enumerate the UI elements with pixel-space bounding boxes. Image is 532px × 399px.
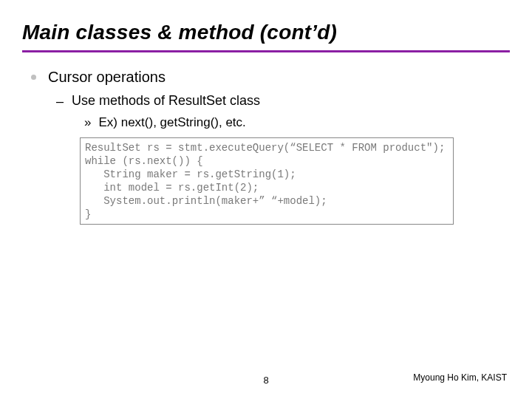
- title-underline: [22, 50, 510, 52]
- bullet-level-3: » Ex) next(), getString(), etc.: [84, 115, 510, 130]
- bullet-dot-icon: [31, 75, 36, 80]
- footer-credit: Myoung Ho Kim, KAIST: [413, 372, 507, 383]
- bullet-level-1-text: Cursor operations: [48, 69, 166, 86]
- code-block: ResultSet rs = stmt.executeQuery(“SELECT…: [80, 137, 454, 225]
- code-text: ResultSet rs = stmt.executeQuery(“SELECT…: [85, 141, 449, 221]
- bullet-level-1: Cursor operations: [31, 69, 510, 86]
- dash-icon: –: [56, 93, 63, 109]
- bullet-level-3-text: Ex) next(), getString(), etc.: [98, 115, 245, 130]
- bullet-level-2: – Use methods of ResultSet class: [56, 93, 510, 109]
- bullet-level-2-text: Use methods of ResultSet class: [72, 93, 260, 109]
- slide: Main classes & method (cont’d) Cursor op…: [0, 0, 532, 399]
- guillemet-icon: »: [84, 115, 91, 130]
- slide-body: Cursor operations – Use methods of Resul…: [22, 69, 510, 225]
- slide-title: Main classes & method (cont’d): [22, 21, 510, 44]
